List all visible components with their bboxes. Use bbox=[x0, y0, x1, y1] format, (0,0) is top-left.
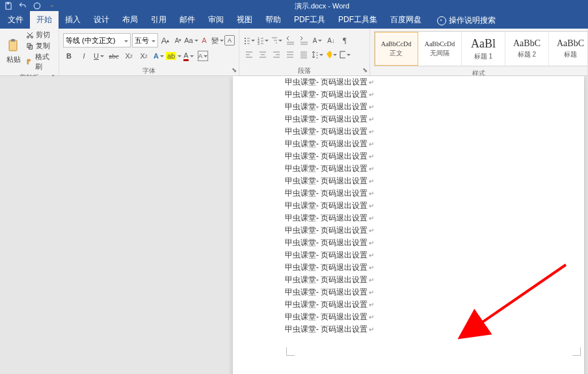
document-line[interactable]: 甲虫课堂- 页码退出设置↵ bbox=[285, 126, 532, 138]
bullets-button[interactable] bbox=[243, 34, 255, 46]
document-line[interactable]: 甲虫课堂- 页码退出设置↵ bbox=[285, 274, 532, 286]
tell-me-label: 操作说明搜索 bbox=[449, 15, 496, 26]
align-justify-button[interactable] bbox=[284, 49, 296, 60]
document-line[interactable]: 甲虫课堂- 页码退出设置↵ bbox=[285, 224, 532, 237]
bold-button[interactable]: B bbox=[63, 50, 75, 62]
superscript-button[interactable]: X2 bbox=[138, 50, 150, 62]
align-right-button[interactable] bbox=[271, 49, 282, 60]
document-line[interactable]: 甲虫课堂- 页码退出设置↵ bbox=[285, 101, 532, 113]
page[interactable]: 甲虫课堂- 页码退出设置↵甲虫课堂- 页码退出设置↵甲虫课堂- 页码退出设置↵甲… bbox=[233, 76, 584, 374]
multilevel-list-button[interactable] bbox=[271, 34, 282, 46]
document-line[interactable]: 甲虫课堂- 页码退出设置↵ bbox=[285, 249, 532, 261]
document-line[interactable]: 甲虫课堂- 页码退出设置↵ bbox=[285, 200, 532, 212]
underline-button[interactable]: U bbox=[93, 50, 105, 62]
tab-pdf-tools[interactable]: PDF工具 bbox=[287, 11, 332, 29]
copy-button[interactable]: 复制 bbox=[26, 41, 55, 51]
shrink-font-button[interactable]: A▾ bbox=[172, 34, 184, 46]
paragraph-mark-icon: ↵ bbox=[369, 91, 374, 98]
style-item-1[interactable]: AaBbCcDd无间隔 bbox=[418, 32, 462, 66]
paragraph-mark-icon: ↵ bbox=[369, 264, 374, 271]
style-name-label: 标题 bbox=[564, 50, 577, 59]
line-spacing-button[interactable] bbox=[312, 49, 323, 60]
document-line[interactable]: 甲虫课堂- 页码退出设置↵ bbox=[285, 323, 532, 336]
sort-button[interactable]: A↓ bbox=[325, 34, 337, 46]
style-item-0[interactable]: AaBbCcDd正文 bbox=[375, 32, 418, 66]
document-line[interactable]: 甲虫课堂- 页码退出设置↵ bbox=[285, 76, 532, 88]
tab-layout[interactable]: 布局 bbox=[116, 11, 144, 29]
numbering-button[interactable]: 123 bbox=[257, 34, 269, 46]
svg-text:3: 3 bbox=[258, 42, 260, 45]
document-line[interactable]: 甲虫课堂- 页码退出设置↵ bbox=[285, 113, 532, 126]
document-line[interactable]: 甲虫课堂- 页码退出设置↵ bbox=[285, 299, 532, 311]
increase-indent-button[interactable] bbox=[298, 34, 310, 46]
font-launcher-icon[interactable]: ⬊ bbox=[231, 66, 237, 73]
text-effects-button[interactable]: A bbox=[153, 50, 165, 62]
clear-formatting-button[interactable]: A bbox=[198, 34, 210, 46]
tab-mailings[interactable]: 邮件 bbox=[173, 11, 202, 29]
document-line[interactable]: 甲虫课堂- 页码退出设置↵ bbox=[285, 150, 532, 163]
character-shading-button[interactable]: A bbox=[198, 51, 208, 61]
enclose-characters-button[interactable]: A bbox=[224, 35, 235, 46]
tab-view[interactable]: 视图 bbox=[230, 11, 259, 29]
paste-button[interactable]: 粘贴 bbox=[4, 38, 23, 64]
document-line[interactable]: 甲虫课堂- 页码退出设置↵ bbox=[285, 311, 532, 323]
save-icon[interactable] bbox=[4, 1, 13, 10]
document-line[interactable]: 甲虫课堂- 页码退出设置↵ bbox=[285, 261, 532, 274]
tab-pdf-toolset[interactable]: PDF工具集 bbox=[332, 11, 384, 29]
tab-design[interactable]: 设计 bbox=[87, 11, 116, 29]
document-line[interactable]: 甲虫课堂- 页码退出设置↵ bbox=[285, 163, 532, 175]
style-item-2[interactable]: AaBl标题 1 bbox=[462, 32, 505, 66]
cut-button[interactable]: 剪切 bbox=[26, 30, 55, 40]
tab-insert[interactable]: 插入 bbox=[59, 11, 87, 29]
document-area[interactable]: 甲虫课堂- 页码退出设置↵甲虫课堂- 页码退出设置↵甲虫课堂- 页码退出设置↵甲… bbox=[0, 76, 588, 374]
change-case-button[interactable]: Aa bbox=[185, 34, 197, 46]
tab-baidu-netdisk[interactable]: 百度网盘 bbox=[384, 11, 428, 29]
styles-gallery[interactable]: AaBbCcDd正文AaBbCcDd无间隔AaBl标题 1AaBbC标题 2Aa… bbox=[374, 31, 588, 66]
font-size-select[interactable]: 五号 bbox=[132, 33, 158, 47]
style-name-label: 标题 2 bbox=[518, 50, 536, 59]
page-footer-corner-right bbox=[572, 347, 581, 356]
document-line[interactable]: 甲虫课堂- 页码退出设置↵ bbox=[285, 138, 532, 150]
tab-home[interactable]: 开始 bbox=[30, 11, 59, 29]
text-direction-button[interactable]: A bbox=[312, 34, 323, 46]
style-item-3[interactable]: AaBbC标题 2 bbox=[505, 32, 549, 66]
document-line[interactable]: 甲虫课堂- 页码退出设置↵ bbox=[285, 286, 532, 299]
tell-me-search[interactable]: 操作说明搜索 bbox=[433, 12, 500, 29]
document-line[interactable]: 甲虫课堂- 页码退出设置↵ bbox=[285, 88, 532, 101]
paragraph-mark-icon: ↵ bbox=[369, 153, 374, 160]
align-distribute-button[interactable] bbox=[298, 49, 310, 60]
svg-point-12 bbox=[245, 43, 246, 44]
decrease-indent-button[interactable] bbox=[284, 34, 296, 46]
grow-font-button[interactable]: A▴ bbox=[159, 34, 171, 46]
borders-button[interactable] bbox=[339, 49, 351, 60]
font-name-select[interactable]: 等线 (中文正文) bbox=[63, 33, 131, 47]
align-center-button[interactable] bbox=[257, 49, 269, 60]
redo-icon[interactable] bbox=[33, 1, 42, 10]
paragraph-mark-icon: ↵ bbox=[369, 301, 374, 308]
subscript-button[interactable]: X2 bbox=[123, 50, 135, 62]
font-color-button[interactable]: A bbox=[183, 50, 194, 62]
customize-qat-icon[interactable] bbox=[47, 1, 56, 10]
style-item-4[interactable]: AaBbC标题 bbox=[549, 32, 588, 66]
document-line[interactable]: 甲虫课堂- 页码退出设置↵ bbox=[285, 212, 532, 224]
document-line[interactable]: 甲虫课堂- 页码退出设置↵ bbox=[285, 187, 532, 200]
paragraph-launcher-icon[interactable]: ⬊ bbox=[362, 66, 368, 73]
style-preview: AaBbCcDd bbox=[381, 40, 412, 47]
document-line[interactable]: 甲虫课堂- 页码退出设置↵ bbox=[285, 237, 532, 249]
svg-rect-0 bbox=[7, 3, 10, 5]
phonetic-guide-button[interactable]: 變 bbox=[211, 34, 223, 46]
align-left-button[interactable] bbox=[243, 49, 255, 60]
highlight-button[interactable]: ab bbox=[168, 50, 180, 62]
italic-button[interactable]: I bbox=[78, 50, 90, 62]
strikethrough-button[interactable]: abc bbox=[108, 50, 120, 62]
undo-icon[interactable] bbox=[18, 1, 27, 10]
tab-review[interactable]: 审阅 bbox=[202, 11, 230, 29]
tab-file[interactable]: 文件 bbox=[1, 11, 30, 29]
show-marks-button[interactable]: ¶ bbox=[339, 34, 351, 46]
tab-help[interactable]: 帮助 bbox=[259, 11, 287, 29]
shading-button[interactable] bbox=[325, 49, 337, 60]
document-line[interactable]: 甲虫课堂- 页码退出设置↵ bbox=[285, 175, 532, 187]
format-painter-button[interactable]: 格式刷 bbox=[26, 52, 55, 72]
style-name-label: 无间隔 bbox=[430, 49, 449, 58]
tab-references[interactable]: 引用 bbox=[144, 11, 173, 29]
